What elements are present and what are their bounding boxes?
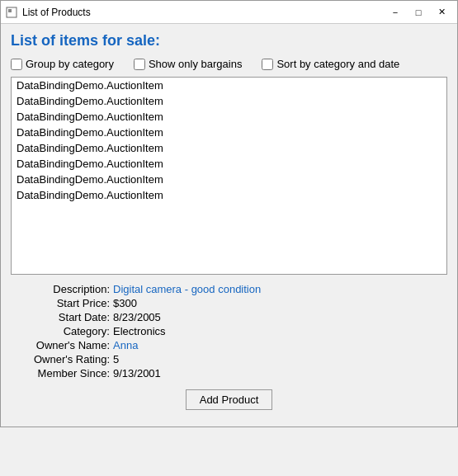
start-date-value: 8/23/2005	[113, 311, 447, 323]
minimize-button[interactable]: −	[385, 4, 406, 21]
start-date-label: Start Date:	[19, 311, 110, 323]
titlebar: List of Products − □ ✕	[1, 1, 457, 24]
list-item[interactable]: DataBindingDemo.AuctionItem	[12, 156, 446, 172]
show-only-bargains-checkbox[interactable]	[134, 59, 145, 70]
window-controls: − □ ✕	[385, 4, 452, 21]
details-section: Description: Digital camera - good condi…	[11, 283, 447, 379]
owner-name-value: Anna	[113, 339, 447, 351]
window-title: List of Products	[22, 7, 385, 18]
svg-rect-1	[8, 9, 12, 12]
checkboxes-row: Group by category Show only bargains Sor…	[11, 58, 447, 70]
list-item[interactable]: DataBindingDemo.AuctionItem	[12, 93, 446, 109]
group-by-category-item[interactable]: Group by category	[11, 58, 114, 70]
main-window: List of Products − □ ✕ List of items for…	[0, 0, 458, 427]
maximize-button[interactable]: □	[408, 4, 429, 21]
member-since-label: Member Since:	[19, 367, 110, 379]
app-icon	[6, 7, 17, 18]
owner-name-label: Owner's Name:	[19, 339, 110, 351]
sort-by-category-label: Sort by category and date	[276, 58, 399, 70]
window-content: List of items for sale: Group by categor…	[1, 24, 457, 427]
list-item[interactable]: DataBindingDemo.AuctionItem	[12, 109, 446, 125]
description-label: Description:	[19, 283, 110, 295]
list-item[interactable]: DataBindingDemo.AuctionItem	[12, 78, 446, 93]
category-value: Electronics	[113, 325, 447, 337]
list-item[interactable]: DataBindingDemo.AuctionItem	[12, 140, 446, 156]
page-heading: List of items for sale:	[11, 32, 447, 49]
group-by-category-label: Group by category	[26, 58, 114, 70]
start-price-value: $300	[113, 297, 447, 309]
show-only-bargains-item[interactable]: Show only bargains	[134, 58, 242, 70]
list-item[interactable]: DataBindingDemo.AuctionItem	[12, 125, 446, 140]
show-only-bargains-label: Show only bargains	[149, 58, 242, 70]
owner-rating-value: 5	[113, 353, 447, 365]
button-row: Add Product	[11, 389, 447, 418]
description-value: Digital camera - good condition	[113, 283, 447, 295]
group-by-category-checkbox[interactable]	[11, 59, 22, 70]
products-list[interactable]: DataBindingDemo.AuctionItemDataBindingDe…	[11, 77, 447, 275]
sort-by-category-item[interactable]: Sort by category and date	[262, 58, 399, 70]
close-button[interactable]: ✕	[431, 4, 452, 21]
sort-by-category-checkbox[interactable]	[262, 59, 273, 70]
start-price-label: Start Price:	[19, 297, 110, 309]
owner-rating-label: Owner's Rating:	[19, 353, 110, 365]
list-item[interactable]: DataBindingDemo.AuctionItem	[12, 187, 446, 203]
list-item[interactable]: DataBindingDemo.AuctionItem	[12, 172, 446, 187]
member-since-value: 9/13/2001	[113, 367, 447, 379]
add-product-button[interactable]: Add Product	[186, 389, 273, 410]
category-label: Category:	[19, 325, 110, 337]
